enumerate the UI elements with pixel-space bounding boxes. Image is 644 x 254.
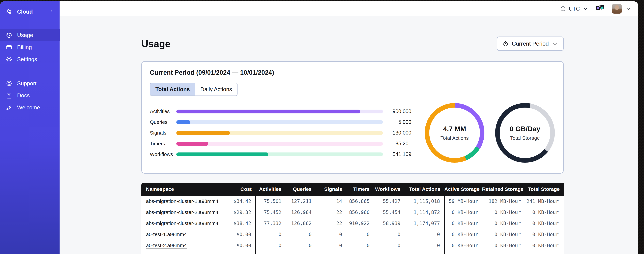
bar-track [176, 131, 383, 135]
action-bar-row: Signals 130,000 [150, 128, 411, 138]
signals-cell: 14 [316, 196, 346, 207]
actions-tab-group: Total Actions Daily Actions [150, 82, 238, 96]
total-actions-cell: 1,115,018 [404, 196, 444, 207]
table-column-header: Total Storage [525, 183, 564, 196]
sidebar-item[interactable]: Settings [0, 53, 60, 65]
namespace-link[interactable]: a0-test-1.a98mm4 [146, 232, 187, 237]
period-button-label: Current Period [512, 40, 549, 47]
card-title: Current Period (09/01/2024 — 10/01/2024) [150, 69, 555, 76]
namespace-link[interactable]: abs-migration-cluster-2.a98mm4 [146, 210, 218, 215]
sidebar-brand: Cloud [0, 4, 60, 19]
retained-storage-cell: 0 KB-Hour [482, 251, 525, 254]
bar-label: Workflows [150, 152, 176, 157]
activities-cell: 0 [256, 240, 286, 251]
signals-cell: 22 [316, 207, 346, 218]
bar-fill [176, 142, 208, 146]
total-actions-cell: 1,114,872 [404, 207, 444, 218]
tab-total-actions[interactable]: Total Actions [150, 83, 195, 96]
period-dropdown-button[interactable]: Current Period [497, 36, 564, 51]
rocket-icon [6, 104, 12, 111]
cost-cell: $29.32 [215, 207, 256, 218]
total-actions-donut: 4.7 MM Total Actions [425, 103, 484, 163]
bar-fill [176, 110, 360, 114]
signals-cell: 0 [316, 229, 346, 240]
sidebar-item[interactable]: Usage [0, 29, 60, 41]
feedback-glasses-button[interactable] [596, 4, 605, 13]
namespace-link[interactable]: abs-migration-cluster-1.a98mm4 [146, 198, 218, 204]
sidebar-item[interactable]: Billing [0, 41, 60, 53]
table-column-header: Workflows [374, 183, 404, 196]
current-period-card: Current Period (09/01/2024 — 10/01/2024)… [141, 61, 564, 174]
avatar [612, 4, 622, 14]
sidebar-item-label: Usage [17, 32, 33, 38]
main-content: Usage Current Period Current Period (09/… [60, 17, 638, 254]
sidebar: Cloud Workflows Schedules Batch Namespac… [0, 1, 60, 254]
life-ring-icon [6, 80, 12, 87]
sidebar-item-label: Docs [17, 92, 30, 99]
temporal-logo-icon [6, 8, 12, 15]
activities-cell: 0 [256, 251, 286, 254]
sidebar-item[interactable]: Docs [0, 90, 60, 102]
timers-cell: 856,865 [346, 196, 374, 207]
namespace-usage-table: NamespaceCostActivitiesQueriesSignalsTim… [141, 183, 564, 254]
sidebar-collapse-button[interactable] [48, 8, 54, 15]
total-actions-cell: 1 [404, 251, 444, 254]
total-storage-cell: 0 KB-Hour [525, 229, 564, 240]
timers-cell: 856,960 [346, 207, 374, 218]
table-column-header: Timers [346, 183, 374, 196]
retained-storage-cell: 182 MB-Hour [482, 196, 525, 207]
activities-cell: 77,332 [256, 218, 286, 229]
app-window: Cloud Workflows Schedules Batch Namespac… [0, 1, 638, 254]
action-bar-row: Activities 900,000 [150, 106, 411, 117]
table-column-header: Cost [215, 183, 256, 196]
gear-icon [6, 56, 12, 63]
total-actions-label: Total Actions [440, 135, 469, 141]
namespace-cell: abs-migration-cluster-1.a98mm4 [141, 196, 215, 207]
retained-storage-cell: 0 KB-Hour [482, 207, 525, 218]
retained-storage-cell: 0 KB-Hour [482, 229, 525, 240]
bar-track [176, 152, 383, 156]
table-column-header: Total Actions [404, 183, 444, 196]
sidebar-account-group: Usage Billing Settings [0, 29, 60, 65]
workflows-cell: 0 [374, 240, 404, 251]
table-column-header: Signals [316, 183, 346, 196]
action-bar-row: Timers 85,201 [150, 138, 411, 149]
action-bar-row: Workflows 541,109 [150, 149, 411, 160]
namespace-link[interactable]: a0-test-2.a98mm4 [146, 242, 187, 248]
bar-label: Signals [150, 130, 176, 136]
total-storage-value: 0 GB/Day [510, 125, 540, 133]
active-storage-cell: 0 KB-Hour [444, 218, 482, 229]
table-row: a0-test-1.a98mm4 $0.00 0 0 0 0 0 0 0 KB-… [141, 229, 564, 240]
bar-label: Queries [150, 119, 176, 125]
topbar: UTC [60, 1, 638, 16]
bar-track [176, 110, 383, 114]
sidebar-item[interactable]: Welcome [0, 102, 60, 114]
stopwatch-icon [502, 40, 509, 47]
workflows-cell: 1 [374, 251, 404, 254]
timezone-dropdown[interactable]: UTC [560, 6, 588, 12]
cost-cell: $34.42 [215, 196, 256, 207]
timers-cell: 0 [346, 229, 374, 240]
user-menu[interactable] [612, 4, 631, 14]
tab-daily-actions[interactable]: Daily Actions [195, 83, 237, 96]
glasses-icon [596, 4, 605, 12]
brand-label: Cloud [17, 8, 33, 15]
sidebar-divider [0, 69, 60, 69]
bar-fill [176, 120, 190, 124]
queries-cell: 126,984 [286, 207, 316, 218]
queries-cell: 0 [286, 229, 316, 240]
active-storage-cell: 0 KB-Hour [444, 251, 482, 254]
total-storage-cell: 0 KB-Hour [525, 251, 564, 254]
namespace-link[interactable]: abs-migration-cluster-3.a98mm4 [146, 220, 218, 226]
bar-label: Activities [150, 108, 176, 114]
total-storage-label: Total Storage [510, 135, 540, 141]
total-storage-cell: 241 MB-Hour [525, 196, 564, 207]
sidebar-item[interactable]: Support [0, 78, 60, 90]
bar-value: 900,000 [383, 108, 411, 114]
workflows-cell: 58,939 [374, 218, 404, 229]
credit-card-icon [6, 44, 12, 50]
table-column-header: Retained Storage [482, 183, 525, 196]
timers-cell: 910,922 [346, 218, 374, 229]
namespace-cell: a0-test-2.a98mm4 [141, 240, 215, 251]
active-storage-cell: 59 MB-Hour [444, 196, 482, 207]
